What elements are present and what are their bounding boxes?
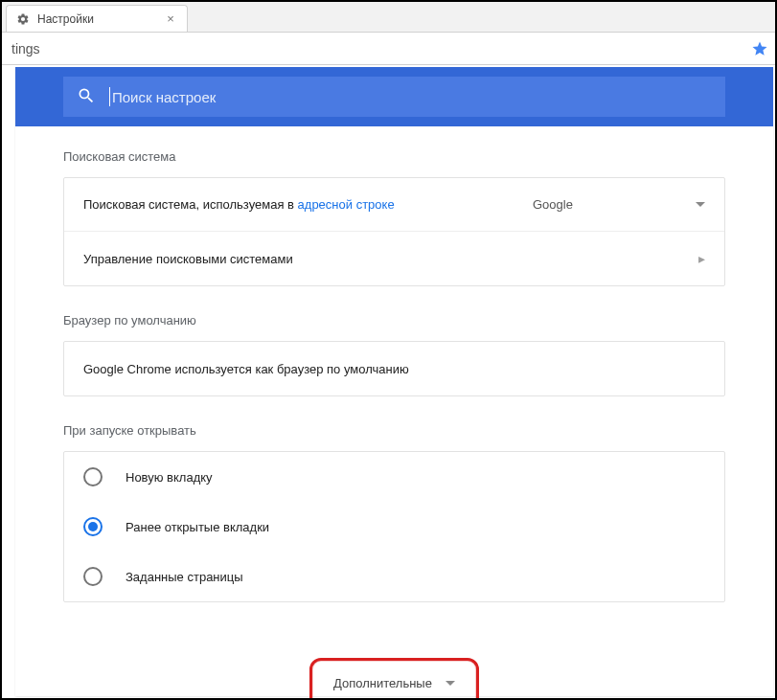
- search-icon: [77, 86, 109, 108]
- card: Google Chrome используется как браузер п…: [63, 341, 725, 396]
- section-title: Браузер по умолчанию: [63, 313, 725, 327]
- advanced-button[interactable]: Дополнительные: [326, 670, 463, 696]
- browser-tab[interactable]: Настройки ×: [6, 5, 188, 32]
- settings-page: Поисковая система Поисковая система, исп…: [15, 67, 773, 696]
- address-bar: [2, 33, 775, 65]
- startup-option-continue[interactable]: Ранее открытые вкладки: [64, 502, 724, 552]
- status-text: Google Chrome используется как браузер п…: [83, 362, 705, 376]
- advanced-section: Дополнительные: [15, 629, 773, 700]
- default-browser-status-row: Google Chrome используется как браузер п…: [64, 342, 724, 395]
- radio-icon: [83, 517, 103, 536]
- label-prefix: Поисковая система, используемая в: [83, 197, 298, 212]
- section-title: Поисковая система: [63, 149, 725, 164]
- section-title: При запуске открывать: [63, 423, 725, 438]
- card: Поисковая система, используемая в адресн…: [63, 177, 725, 286]
- startup-option-specific-pages[interactable]: Заданные страницы: [64, 552, 724, 601]
- radio-label: Новую вкладку: [126, 470, 213, 485]
- chevron-down-icon: [696, 202, 705, 207]
- dropdown-value: Google: [533, 197, 573, 212]
- search-engine-dropdown[interactable]: Google: [533, 197, 705, 212]
- section-search-engine: Поисковая система Поисковая система, исп…: [63, 149, 725, 286]
- tab-strip: Настройки ×: [2, 2, 775, 33]
- row-label: Управление поисковыми системами: [83, 252, 698, 266]
- startup-option-new-tab[interactable]: Новую вкладку: [64, 452, 724, 502]
- close-icon[interactable]: ×: [164, 12, 177, 26]
- search-engine-row[interactable]: Поисковая система, используемая в адресн…: [64, 178, 724, 232]
- section-default-browser: Браузер по умолчанию Google Chrome испол…: [63, 313, 725, 396]
- url-input[interactable]: [8, 36, 750, 61]
- address-bar-link[interactable]: адресной строке: [298, 197, 395, 212]
- highlight-ring: Дополнительные: [309, 658, 479, 700]
- radio-label: Ранее открытые вкладки: [126, 520, 269, 534]
- chevron-right-icon: ▸: [698, 251, 705, 266]
- gear-icon: [16, 12, 30, 26]
- section-on-startup: При запуске открывать Новую вкладку Ране…: [63, 423, 725, 602]
- chevron-down-icon: [446, 681, 455, 686]
- settings-search-input[interactable]: [112, 89, 712, 105]
- bookmark-star-icon[interactable]: [750, 39, 769, 58]
- search-header: [15, 67, 773, 126]
- settings-search-box[interactable]: [63, 77, 725, 117]
- text-cursor: [109, 87, 110, 106]
- advanced-label: Дополнительные: [333, 676, 432, 690]
- radio-icon: [83, 567, 103, 586]
- radio-label: Заданные страницы: [126, 570, 243, 584]
- row-label: Поисковая система, используемая в адресн…: [83, 197, 533, 212]
- settings-sections: Поисковая система Поисковая система, исп…: [15, 126, 773, 602]
- tab-title: Настройки: [37, 12, 164, 26]
- card: Новую вкладку Ранее открытые вкладки Зад…: [63, 451, 725, 602]
- radio-icon: [83, 467, 103, 486]
- manage-search-engines-row[interactable]: Управление поисковыми системами ▸: [64, 232, 724, 285]
